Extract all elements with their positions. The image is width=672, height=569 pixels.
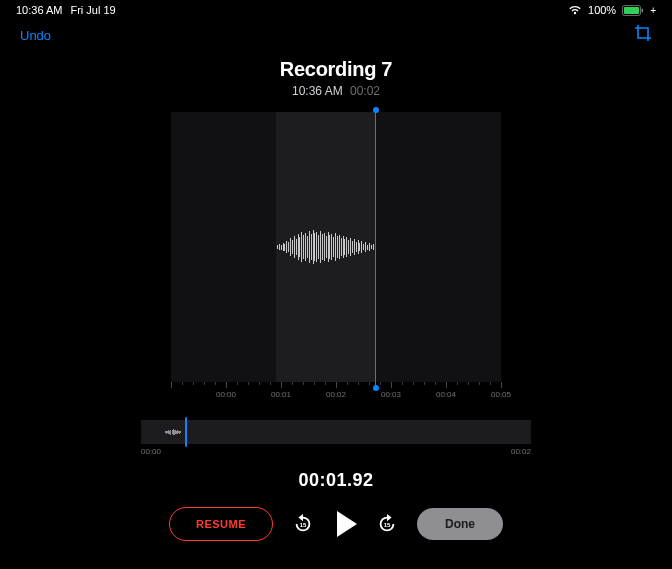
ruler-label: 00:02	[326, 390, 346, 399]
waveform-panel[interactable]	[171, 112, 501, 382]
ruler-label: 00:05	[491, 390, 511, 399]
overview-playhead[interactable]	[185, 417, 187, 447]
svg-rect-2	[642, 8, 644, 12]
ruler-label: 00:00	[216, 390, 236, 399]
svg-text:15: 15	[384, 522, 391, 528]
svg-text:15: 15	[300, 522, 307, 528]
recording-title[interactable]: Recording 7	[0, 58, 672, 81]
timeline-labels: 00:0000:0100:0200:0300:0400:05	[171, 390, 501, 402]
recording-time-of-day: 10:36 AM	[292, 84, 343, 98]
overview-end-label: 00:02	[511, 447, 531, 456]
waveform	[276, 222, 375, 272]
recording-duration: 00:02	[350, 84, 380, 98]
charging-icon: +	[650, 5, 656, 16]
svg-rect-1	[624, 7, 639, 14]
timeline-ruler	[171, 382, 501, 388]
ruler-label: 00:04	[436, 390, 456, 399]
overview-start-label: 00:00	[141, 447, 161, 456]
resume-button[interactable]: RESUME	[169, 507, 273, 541]
status-time: 10:36 AM	[16, 4, 62, 16]
skip-forward-15-icon[interactable]: 15	[375, 512, 399, 536]
wifi-icon	[568, 5, 582, 15]
battery-icon	[622, 5, 644, 16]
overview-track[interactable]	[141, 420, 531, 444]
undo-button[interactable]: Undo	[20, 28, 51, 43]
status-battery-pct: 100%	[588, 4, 616, 16]
playhead[interactable]	[375, 110, 376, 388]
skip-back-15-icon[interactable]: 15	[291, 512, 315, 536]
trim-icon[interactable]	[634, 24, 652, 46]
ruler-label: 00:01	[271, 390, 291, 399]
editor-toolbar: Undo	[0, 18, 672, 52]
overview-waveform	[165, 426, 181, 438]
play-button[interactable]	[333, 511, 357, 537]
done-button[interactable]: Done	[417, 508, 503, 540]
status-bar: 10:36 AM Fri Jul 19 100% +	[0, 0, 672, 18]
status-date: Fri Jul 19	[70, 4, 115, 16]
recording-header: Recording 7 10:36 AM 00:02	[0, 58, 672, 98]
ruler-label: 00:03	[381, 390, 401, 399]
current-time-display: 00:01.92	[0, 470, 672, 491]
playback-controls: RESUME 15 15 Done	[0, 507, 672, 541]
play-icon	[337, 511, 357, 537]
